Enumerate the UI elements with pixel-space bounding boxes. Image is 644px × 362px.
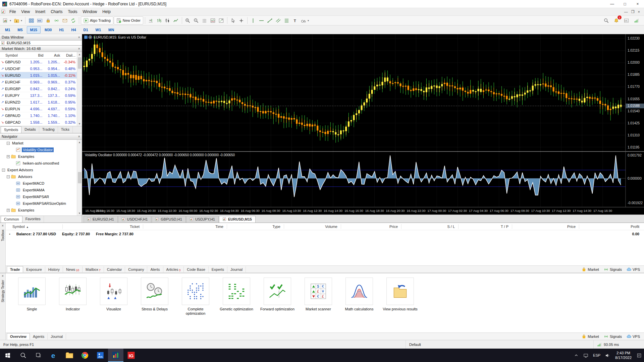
toolbox-tab-news[interactable]: News10 (63, 266, 83, 273)
navigator-item[interactable]: heiken-ashi-smoothed (0, 160, 77, 167)
new-chart-button[interactable] (2, 16, 12, 24)
market-watch-row[interactable]: ↗EURGBP0.842...0.842...0.24% (0, 85, 77, 92)
timeframe-m1[interactable]: M1 (2, 26, 13, 34)
navigator-item[interactable]: ExpertMAPSARSizeOptim (0, 200, 77, 207)
zoom-in-button[interactable] (184, 16, 192, 24)
status-profile[interactable]: Default (406, 340, 594, 349)
refresh-button[interactable] (69, 16, 77, 24)
collapse-icon[interactable]: − (2, 169, 5, 172)
zoom-out-button[interactable] (192, 16, 200, 24)
taskbar-tb-taskview[interactable] (31, 349, 46, 362)
market-watch-scrollbar[interactable]: ▲ ▼ (77, 52, 82, 126)
toolbox-tab-articles[interactable]: Articles3 (163, 266, 184, 273)
menu-item-charts[interactable]: Charts (48, 9, 65, 15)
vps-button[interactable]: VPS (627, 334, 640, 339)
child-minimize-button[interactable]: — (624, 10, 628, 14)
signals-button[interactable]: Signals (604, 334, 622, 339)
scroll-down-icon[interactable]: ▼ (77, 121, 82, 126)
signals-button[interactable]: Signals (604, 267, 622, 272)
timeframe-h1[interactable]: H1 (56, 26, 67, 34)
taskbar-edge[interactable]: e (46, 349, 62, 362)
market-watch-tab-details[interactable]: Details (21, 126, 39, 133)
tester-tile-forward-optimization[interactable]: Forward optimization (260, 278, 295, 333)
child-restore-button[interactable]: ❒ (631, 10, 635, 14)
tester-tile-visualize[interactable]: Visualize (96, 278, 131, 333)
close-icon[interactable]: × (2, 224, 4, 228)
column-daily[interactable]: Dail... (61, 53, 77, 57)
signals-button[interactable] (52, 16, 60, 24)
column-header-price[interactable]: Price (341, 224, 401, 229)
minimize-button[interactable]: — (606, 0, 619, 8)
connection-button[interactable] (632, 16, 640, 24)
tester-tab-agents[interactable]: Agents (30, 334, 48, 340)
scroll-thumb[interactable] (78, 172, 82, 183)
collapse-icon[interactable]: − (7, 175, 10, 178)
tester-tile-view-previous-results[interactable]: View previous results (383, 278, 418, 333)
taskbar-chrome[interactable] (77, 349, 93, 362)
market-watch-row[interactable]: ↗EURJPY137.3...137.3...0.59% (0, 92, 77, 99)
channel-button[interactable] (274, 16, 282, 24)
navigator-item[interactable]: +Examples (0, 153, 77, 160)
toolbox-tab-alerts[interactable]: Alerts (147, 266, 163, 273)
toolbox-tab-company[interactable]: Company (125, 266, 147, 273)
levels-button[interactable]: LVL (622, 16, 630, 24)
taskbar-tb-search[interactable] (15, 349, 31, 362)
market-watch-row[interactable]: ↗USDCHF0.953...0.954...0.48% (0, 65, 77, 72)
toolbox-tab-experts[interactable]: Experts (209, 266, 227, 273)
taskbar-mt5[interactable] (108, 349, 123, 362)
ide-button[interactable]: IDE (36, 16, 44, 24)
vps-button[interactable]: VPS (627, 267, 640, 272)
child-close-button[interactable]: × (638, 10, 640, 14)
taskbar-clock[interactable]: 2:43 PM8/17/2022 (612, 351, 634, 360)
chart-tab-gbpusd-h1[interactable]: GBPUSD,H1 (152, 216, 186, 223)
taskbar-ig[interactable]: IG (123, 349, 139, 362)
tray-chevron-button[interactable] (572, 349, 581, 362)
notifications-button[interactable]: 1 (612, 16, 620, 24)
tester-tile-math-calculations[interactable]: Math calculations (342, 278, 377, 333)
column-header-volume[interactable]: Volume (284, 224, 341, 229)
column-ask[interactable]: Ask (43, 53, 61, 57)
column-header-type[interactable]: Type (227, 224, 284, 229)
tray-volume-button[interactable] (603, 349, 612, 362)
toolbox-tab-calendar[interactable]: Calendar (104, 266, 125, 273)
scroll-down-icon[interactable]: ▼ (77, 211, 82, 216)
toolbox-tab-journal[interactable]: Journal (227, 266, 246, 273)
taskbar-explorer[interactable] (62, 349, 77, 362)
market-button[interactable]: Market (582, 334, 599, 339)
navigator-item[interactable]: −Expert Advisors (0, 167, 77, 173)
navigator-item[interactable]: Volatility Oscillator (0, 146, 77, 153)
column-header-symbol[interactable]: Symbol▲ (6, 224, 63, 229)
line-chart-button[interactable] (172, 16, 180, 24)
tester-tile-single[interactable]: Single (14, 278, 49, 333)
cursor-button[interactable] (229, 16, 237, 24)
market-watch-tab-symbols[interactable]: Symbols (1, 126, 21, 133)
close-icon[interactable]: × (78, 47, 80, 51)
timeframe-d1[interactable]: D1 (80, 26, 92, 34)
close-icon[interactable]: × (78, 35, 80, 39)
timeframe-m5[interactable]: M5 (14, 26, 26, 34)
menu-item-insert[interactable]: Insert (33, 9, 48, 15)
tester-tab-overview[interactable]: Overview (7, 333, 30, 340)
toolbox-tab-mailbox[interactable]: Mailbox7 (83, 266, 104, 273)
column-header-s-l[interactable]: S / L (401, 224, 459, 229)
market-watch-row[interactable]: ↗GBPAUD1.740...1.740...1.10% (0, 112, 77, 119)
tester-side-label[interactable]: Strategy Tester (1, 280, 5, 302)
taskbar-photos[interactable] (93, 349, 108, 362)
market-button[interactable]: Market (582, 267, 599, 272)
obj-windows-button[interactable] (217, 16, 225, 24)
chart-tab-usdjpy-h1[interactable]: USDJPY,H1 (186, 216, 219, 223)
candles-button[interactable] (164, 16, 172, 24)
timeframe-mn[interactable]: MN (105, 26, 117, 34)
column-header-ticket[interactable]: Ticket (63, 224, 143, 229)
column-header-t-p[interactable]: T / P (459, 224, 512, 229)
fibonacci-button[interactable] (283, 16, 291, 24)
grid-button[interactable] (201, 16, 209, 24)
mail-button[interactable] (61, 16, 69, 24)
chart-tab-eurusd-h1[interactable]: EURUSD,H1 (84, 216, 118, 223)
timeframe-h4[interactable]: H4 (68, 26, 79, 34)
column-header-time[interactable]: Time (143, 224, 227, 229)
timeframe-m30[interactable]: M30 (41, 26, 55, 34)
menu-item-window[interactable]: Window (80, 9, 100, 15)
scroll-up-icon[interactable]: ▲ (77, 140, 82, 144)
ind-windows-button[interactable] (209, 16, 217, 24)
